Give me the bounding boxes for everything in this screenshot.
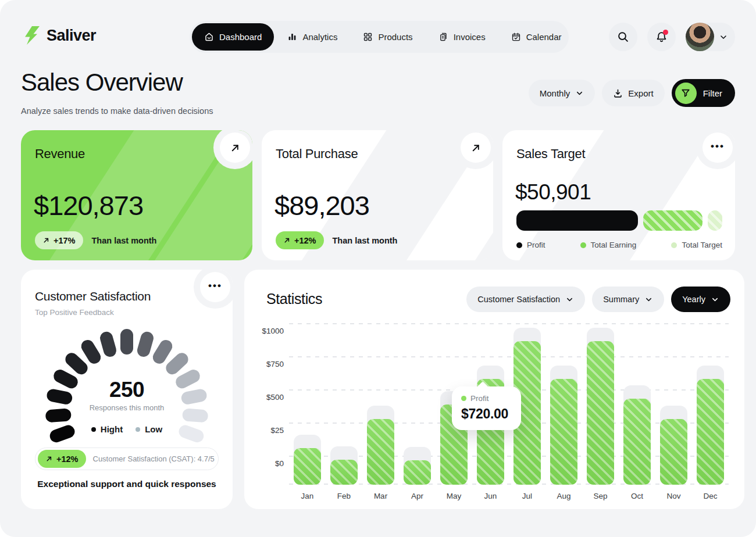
csat-text: Customer Satisfaction (CSAT): 4.7/5 — [93, 454, 215, 463]
funnel-icon — [675, 83, 697, 104]
period-select[interactable]: Monthly — [529, 80, 595, 106]
tooltip-series: Profit — [470, 394, 489, 403]
gauge-legend: HightLow — [21, 424, 233, 434]
revenue-card: Revenue $120,873 +17% Than last month — [21, 130, 252, 260]
target-more-button[interactable]: ••• — [702, 133, 733, 163]
csat-summary: +12% Customer Satisfaction (CSAT): 4.7/5 — [35, 448, 219, 470]
invoice-icon — [438, 32, 448, 42]
bar-mar[interactable] — [367, 419, 394, 485]
nav-item-invoices[interactable]: Invoices — [426, 23, 498, 51]
gridline — [289, 356, 729, 357]
gauge-legend-low: Low — [135, 424, 162, 434]
bar-apr[interactable] — [404, 460, 431, 485]
target-legend: ProfitTotal EarningTotal Target — [516, 241, 722, 249]
bar-feb[interactable] — [330, 460, 358, 485]
delta-badge: +12% — [38, 450, 86, 468]
chevron-down-icon — [711, 295, 719, 304]
open-purchase-button[interactable] — [461, 133, 491, 163]
ellipsis-icon: ••• — [711, 141, 725, 155]
y-axis-label: $500 — [251, 393, 284, 402]
search-button[interactable] — [609, 23, 637, 51]
nav-item-label: Dashboard — [219, 32, 262, 42]
bar-aug[interactable] — [550, 379, 577, 485]
chevron-down-icon — [575, 89, 584, 98]
x-axis-label: Jul — [509, 492, 545, 500]
avatar — [686, 23, 714, 51]
search-icon — [617, 31, 629, 43]
arrow-up-right-icon — [230, 142, 241, 153]
x-axis-label: Sep — [582, 492, 619, 500]
purchase-value: $89,203 — [274, 189, 369, 221]
x-axis-label: Jun — [472, 492, 509, 500]
filter-select-summary[interactable]: Summary — [592, 287, 664, 312]
nav-item-label: Products — [378, 32, 412, 42]
delta-note: Than last month — [333, 236, 398, 245]
bar-jan[interactable] — [294, 448, 321, 485]
bar-nov[interactable] — [660, 419, 687, 485]
card-title: Revenue — [35, 146, 85, 162]
sales-target-card: Sales Target $50,901 ProfitTotal Earning… — [502, 130, 735, 260]
total-purchase-card: Total Purchase $89,203 +12% Than last mo… — [262, 130, 493, 260]
nav-item-dashboard[interactable]: Dashboard — [192, 23, 274, 51]
legend-item: Total Earning — [580, 241, 637, 249]
customer-satisfaction-card: Customer Satisfaction Top Positive Feedb… — [21, 270, 233, 509]
primary-nav: DashboardAnalyticsProductsInvoicesCalend… — [190, 21, 569, 53]
x-axis-label: Dec — [692, 492, 729, 500]
page-title: Sales Overview — [21, 69, 183, 96]
export-button[interactable]: Export — [602, 80, 664, 106]
open-revenue-button[interactable] — [220, 133, 250, 163]
nav-item-calendar[interactable]: Calendar — [499, 23, 574, 51]
nav-item-label: Analytics — [302, 32, 337, 42]
satisfaction-footer: Exceptional support and quick responses — [21, 479, 233, 489]
chevron-down-icon — [644, 295, 653, 304]
period-label: Monthly — [540, 88, 570, 98]
y-axis-label: $750 — [251, 360, 284, 368]
nav-item-analytics[interactable]: Analytics — [275, 23, 350, 51]
chevron-down-icon — [565, 295, 574, 304]
dashboard-app: Saliver DashboardAnalyticsProductsInvoic… — [0, 0, 756, 537]
y-axis-label: $1000 — [251, 327, 284, 335]
card-title: Total Purchase — [276, 146, 358, 162]
nav-item-label: Calendar — [526, 32, 562, 42]
bar-sep[interactable] — [587, 341, 614, 485]
page-subtitle: Analyze sales trends to make data-driven… — [21, 106, 213, 116]
filter-select-customer-satisfaction[interactable]: Customer Satisfaction — [466, 287, 585, 312]
brand-name: Saliver — [47, 27, 96, 45]
card-subtitle: Top Positive Feedback — [35, 308, 114, 317]
filter-label: Filter — [703, 88, 722, 98]
card-title: Customer Satisfaction — [35, 289, 151, 303]
toolbar: Monthly Export Filter — [529, 79, 735, 107]
x-axis-label: May — [436, 492, 472, 500]
satisfaction-more-button[interactable]: ••• — [200, 272, 230, 302]
export-label: Export — [628, 88, 653, 98]
bar-chart-icon — [287, 32, 297, 42]
delta-badge: +12% — [276, 231, 324, 249]
grid-icon — [363, 32, 373, 42]
gauge-value: 250 — [21, 378, 233, 402]
filter-button[interactable]: Filter — [672, 79, 735, 107]
y-axis-label: $0 — [251, 459, 284, 468]
target-segment-total-earning — [643, 210, 703, 231]
bar-dec[interactable] — [697, 379, 724, 485]
ellipsis-icon: ••• — [208, 281, 222, 294]
statistics-card: Statistics Customer SatisfactionSummaryY… — [244, 270, 744, 509]
delta-badge: +17% — [35, 231, 83, 249]
gauge-legend-hight: Hight — [91, 424, 123, 434]
notifications-button[interactable] — [647, 23, 676, 51]
x-axis-label: Jan — [289, 492, 326, 500]
x-axis-label: Apr — [399, 492, 436, 500]
nav-item-products[interactable]: Products — [351, 23, 425, 51]
arrow-up-right-icon — [470, 142, 482, 153]
delta-note: Than last month — [92, 236, 157, 245]
chevron-down-icon — [719, 33, 728, 42]
x-axis-label: Aug — [545, 492, 582, 500]
x-axis-label: Feb — [326, 492, 362, 500]
bar-oct[interactable] — [623, 399, 651, 485]
filter-select-yearly[interactable]: Yearly — [671, 287, 730, 312]
profile-menu[interactable] — [686, 23, 735, 51]
legend-item: Profit — [516, 241, 545, 249]
target-value: $50,901 — [515, 180, 591, 205]
chart-tooltip: Profit $720.00 — [452, 386, 521, 430]
notification-dot — [663, 30, 668, 35]
target-segment-profit — [516, 210, 638, 231]
